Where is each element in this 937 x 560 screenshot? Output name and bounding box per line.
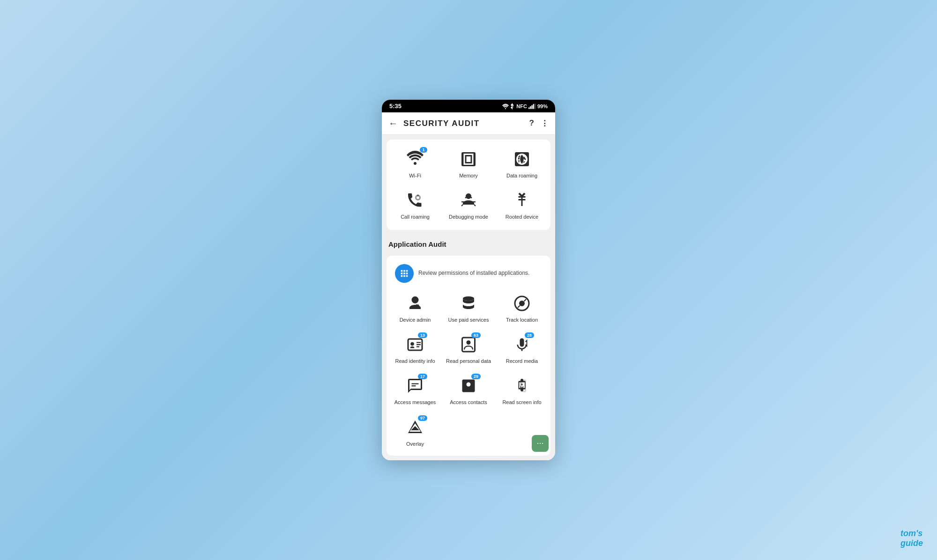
wifi-status-icon bbox=[502, 103, 509, 109]
access-contacts-label: Access contacts bbox=[450, 399, 487, 405]
app-audit-track-location[interactable]: Track location bbox=[496, 288, 548, 328]
read-identity-icon-container: 13 bbox=[405, 334, 425, 355]
app-header: ← SECURITY AUDIT ? ⋮ bbox=[382, 112, 555, 135]
device-admin-icon-container bbox=[405, 293, 425, 314]
overlay-badge: 97 bbox=[418, 415, 427, 421]
record-media-badge: 28 bbox=[525, 332, 534, 338]
app-audit-read-personal[interactable]: 63 Read personal data bbox=[443, 330, 494, 369]
app-audit-description-text: Review permissions of installed applicat… bbox=[418, 269, 529, 277]
debugging-label: Debugging mode bbox=[449, 214, 488, 220]
svg-rect-4 bbox=[535, 103, 535, 109]
device-audit-grid: 1 Wi-Fi Memory bbox=[389, 144, 548, 225]
svg-point-11 bbox=[410, 342, 414, 346]
access-messages-icon-container: 17 bbox=[405, 376, 425, 396]
memory-label: Memory bbox=[459, 172, 478, 179]
call-roaming-label: Call roaming bbox=[401, 214, 430, 220]
watermark: tom's guide bbox=[900, 529, 923, 549]
battery-status: 99% bbox=[537, 103, 548, 109]
app-audit-record-media[interactable]: 28 Record media bbox=[496, 330, 548, 369]
device-audit-data-roaming[interactable]: Data roaming bbox=[496, 144, 548, 184]
svg-point-16 bbox=[467, 340, 471, 345]
status-icons: NFC 99% bbox=[502, 103, 548, 110]
data-roaming-icon bbox=[513, 151, 530, 168]
app-audit-overlay[interactable]: 97 Overlay bbox=[389, 413, 441, 452]
read-personal-icon-container: 63 bbox=[458, 334, 479, 355]
app-audit-read-screen[interactable]: Read screen info bbox=[496, 371, 548, 410]
app-audit-read-identity[interactable]: 13 Read identity info bbox=[389, 330, 441, 369]
back-button[interactable]: ← bbox=[388, 118, 398, 129]
svg-rect-1 bbox=[530, 106, 531, 109]
data-roaming-icon-container bbox=[512, 149, 532, 169]
read-screen-label: Read screen info bbox=[502, 399, 541, 405]
svg-rect-3 bbox=[533, 104, 534, 109]
wifi-label: Wi-Fi bbox=[409, 172, 421, 179]
device-audit-call-roaming[interactable]: Call roaming bbox=[389, 185, 441, 225]
paid-services-icon-container bbox=[458, 293, 479, 314]
read-identity-icon bbox=[407, 336, 424, 353]
access-messages-badge: 17 bbox=[418, 374, 427, 379]
app-audit-title: Application Audit bbox=[382, 235, 555, 251]
device-admin-label: Device admin bbox=[400, 317, 431, 323]
fab-button[interactable]: ··· bbox=[532, 435, 549, 452]
status-bar: 5:35 NFC 99% bbox=[382, 100, 555, 112]
wifi-badge: 1 bbox=[420, 147, 427, 153]
svg-rect-0 bbox=[528, 107, 529, 109]
overlay-icon-container: 97 bbox=[405, 417, 425, 438]
rooted-label: Rooted device bbox=[506, 214, 538, 220]
app-audit-description-row: Review permissions of installed applicat… bbox=[389, 260, 548, 288]
app-audit-device-admin[interactable]: Device admin bbox=[389, 288, 441, 328]
overlay-label: Overlay bbox=[406, 441, 424, 447]
page-title: SECURITY AUDIT bbox=[403, 119, 529, 128]
read-screen-icon bbox=[513, 377, 530, 394]
app-audit-access-messages[interactable]: 17 Access messages bbox=[389, 371, 441, 410]
debugging-icon bbox=[460, 192, 477, 209]
rooted-icon-container bbox=[512, 190, 532, 211]
track-location-label: Track location bbox=[506, 317, 538, 323]
menu-icon[interactable]: ⋮ bbox=[541, 118, 549, 128]
app-audit-access-contacts[interactable]: 29 Access contacts bbox=[443, 371, 494, 410]
device-audit-wifi[interactable]: 1 Wi-Fi bbox=[389, 144, 441, 184]
svg-point-8 bbox=[463, 296, 474, 301]
device-admin-icon bbox=[407, 295, 424, 312]
watermark-line2: guide bbox=[900, 538, 923, 549]
rooted-device-icon bbox=[513, 192, 530, 209]
help-icon[interactable]: ? bbox=[529, 118, 534, 128]
watermark-line1: tom's bbox=[900, 529, 923, 539]
device-audit-memory[interactable]: Memory bbox=[443, 144, 494, 184]
debugging-icon-container bbox=[458, 190, 479, 211]
call-roaming-icon bbox=[407, 192, 424, 209]
access-messages-icon bbox=[407, 377, 424, 394]
track-location-icon bbox=[513, 295, 530, 312]
paid-services-icon bbox=[460, 295, 477, 312]
device-audit-card: 1 Wi-Fi Memory bbox=[387, 140, 550, 230]
bluetooth-status-icon bbox=[510, 103, 515, 110]
access-contacts-badge: 29 bbox=[471, 374, 481, 379]
read-personal-icon bbox=[460, 336, 477, 353]
app-audit-apps-icon bbox=[395, 264, 414, 283]
app-audit-paid-services[interactable]: Use paid services bbox=[443, 288, 494, 328]
app-audit-grid: Device admin Use paid services bbox=[389, 288, 548, 452]
device-audit-rooted[interactable]: Rooted device bbox=[496, 185, 548, 225]
memory-icon bbox=[460, 151, 477, 168]
svg-point-5 bbox=[417, 195, 419, 197]
svg-rect-6 bbox=[465, 197, 467, 199]
phone-frame: 5:35 NFC 99% ← SECURITY AUDIT bbox=[382, 100, 555, 460]
access-messages-label: Access messages bbox=[394, 399, 436, 405]
wifi-icon-container: 1 bbox=[405, 149, 425, 169]
read-personal-label: Read personal data bbox=[446, 358, 491, 364]
access-contacts-icon-container: 29 bbox=[458, 376, 479, 396]
record-media-icon bbox=[513, 336, 530, 353]
memory-icon-container bbox=[458, 149, 479, 169]
wifi-icon bbox=[407, 151, 424, 168]
svg-rect-7 bbox=[471, 197, 472, 199]
overlay-icon bbox=[407, 419, 424, 436]
read-personal-badge: 63 bbox=[471, 332, 481, 338]
nfc-status-icon: NFC bbox=[516, 103, 527, 109]
device-audit-debugging[interactable]: Debugging mode bbox=[443, 185, 494, 225]
read-screen-icon-container bbox=[512, 376, 532, 396]
read-identity-label: Read identity info bbox=[395, 358, 435, 364]
app-audit-card: Review permissions of installed applicat… bbox=[387, 256, 550, 456]
svg-rect-2 bbox=[531, 105, 532, 109]
signal-icon bbox=[528, 103, 536, 109]
data-roaming-label: Data roaming bbox=[506, 172, 537, 179]
